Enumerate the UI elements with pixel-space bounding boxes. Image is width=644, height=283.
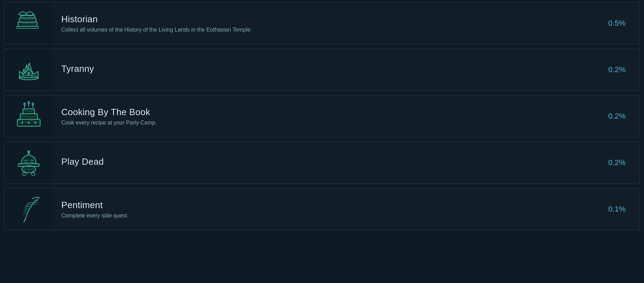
svg-point-36 [32, 172, 35, 176]
svg-point-23 [28, 122, 29, 123]
svg-point-18 [32, 103, 34, 105]
achievement-content: Pentiment Complete every side quest. [53, 194, 594, 225]
svg-point-35 [23, 172, 26, 176]
achievement-percent: 0.2% [594, 158, 639, 167]
achievement-icon-wrap [5, 49, 53, 91]
helmet-icon [13, 147, 44, 178]
achievement-content: Play Dead [53, 150, 594, 175]
achievement-row[interactable]: Tyranny 0.2% [4, 49, 640, 91]
svg-line-4 [33, 14, 35, 15]
achievement-percent: 0.1% [594, 205, 639, 214]
cake-icon [13, 101, 44, 132]
achievement-title: Pentiment [61, 200, 586, 211]
achievements-list: Historian Collect all volumes of the His… [0, 0, 644, 232]
achievement-title: Cooking By The Book [61, 107, 586, 118]
achievement-title: Tyranny [61, 63, 586, 74]
svg-point-12 [28, 72, 30, 75]
books-icon [13, 8, 44, 39]
achievement-row[interactable]: Historian Collect all volumes of the His… [4, 2, 640, 44]
svg-rect-5 [18, 22, 37, 26]
achievement-row[interactable]: Play Dead 0.2% [4, 142, 640, 184]
svg-rect-6 [19, 18, 36, 22]
svg-point-22 [21, 122, 23, 123]
achievement-content: Tyranny [53, 57, 594, 83]
achievement-row[interactable]: Cooking By The Book Cook every recipe at… [4, 95, 640, 137]
svg-rect-20 [20, 114, 37, 119]
crown-icon [13, 54, 44, 85]
achievement-title: Historian [61, 14, 586, 25]
feather-icon [13, 194, 44, 225]
svg-point-17 [28, 102, 30, 104]
achievement-title: Play Dead [61, 156, 586, 167]
svg-rect-10 [17, 26, 38, 28]
achievement-content: Cooking By The Book Cook every recipe at… [53, 101, 594, 132]
svg-point-16 [24, 103, 26, 105]
achievement-desc: Cook every recipe at your Party Camp. [61, 120, 586, 126]
achievement-content: Historian Collect all volumes of the His… [53, 8, 594, 39]
achievement-icon-wrap [5, 95, 53, 137]
achievement-percent: 0.5% [594, 19, 639, 28]
svg-rect-7 [21, 15, 35, 18]
achievement-desc: Collect all volumes of the History of th… [61, 27, 586, 33]
achievement-percent: 0.2% [594, 65, 639, 74]
achievement-icon-wrap [5, 2, 53, 44]
achievement-desc: Complete every side quest. [61, 213, 586, 219]
achievement-percent: 0.2% [594, 112, 639, 121]
achievement-icon-wrap [5, 142, 53, 183]
achievement-icon-wrap [5, 188, 53, 230]
achievement-row[interactable]: Pentiment Complete every side quest. 0.1… [4, 188, 640, 230]
svg-line-3 [18, 14, 20, 15]
